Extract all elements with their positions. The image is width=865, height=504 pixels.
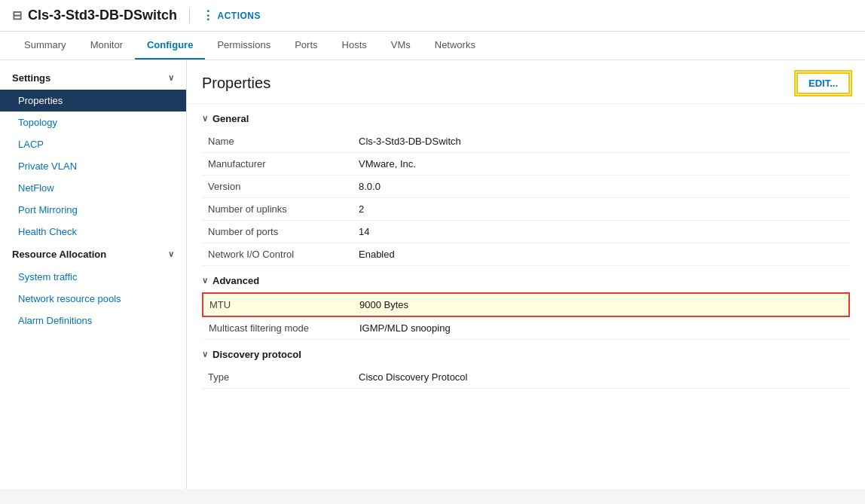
tab-monitor[interactable]: Monitor	[78, 32, 135, 60]
header-title: ⊟ Cls-3-Std3-DB-DSwitch	[12, 8, 177, 23]
advanced-section-header[interactable]: ∨ Advanced	[202, 266, 850, 292]
table-row: Type Cisco Discovery Protocol	[202, 366, 850, 389]
prop-manufacturer-value: VMware, Inc.	[353, 153, 850, 176]
discovery-section-label: Discovery protocol	[212, 349, 301, 360]
table-row: Network I/O Control Enabled	[202, 243, 850, 266]
prop-type-label: Type	[202, 366, 353, 389]
prop-multicast-label: Multicast filtering mode	[203, 316, 353, 340]
prop-mtu-label: MTU	[203, 293, 353, 316]
tab-vms[interactable]: VMs	[379, 32, 423, 60]
content-title: Properties	[202, 75, 271, 92]
prop-mtu-value: 9000 Bytes	[353, 293, 849, 316]
prop-name-label: Name	[202, 130, 353, 153]
tab-ports[interactable]: Ports	[283, 32, 329, 60]
discovery-section-header[interactable]: ∨ Discovery protocol	[202, 340, 850, 366]
prop-uplinks-label: Number of uplinks	[202, 198, 353, 221]
sidebar-item-alarm-definitions[interactable]: Alarm Definitions	[0, 310, 186, 331]
settings-chevron-icon: ∨	[168, 73, 174, 83]
properties-content: ∨ General Name Cls-3-Std3-DB-DSwitch Man…	[187, 104, 865, 404]
sidebar-item-lacp[interactable]: LACP	[0, 133, 186, 155]
prop-multicast-value: IGMP/MLD snooping	[353, 316, 849, 340]
sidebar-item-topology[interactable]: Topology	[0, 111, 186, 133]
settings-label: Settings	[12, 72, 50, 84]
prop-name-value: Cls-3-Std3-DB-DSwitch	[353, 130, 850, 153]
table-row: Manufacturer VMware, Inc.	[202, 153, 850, 176]
table-row: Number of ports 14	[202, 221, 850, 243]
tab-networks[interactable]: Networks	[423, 32, 488, 60]
sidebar-item-health-check[interactable]: Health Check	[0, 221, 186, 243]
prop-type-value: Cisco Discovery Protocol	[353, 366, 850, 389]
prop-nioc-label: Network I/O Control	[202, 243, 353, 266]
actions-label: ACTIONS	[218, 11, 261, 21]
resource-label: Resource Allocation	[12, 249, 106, 260]
sidebar: Settings ∨ Properties Topology LACP Priv…	[0, 60, 187, 489]
sidebar-item-private-vlan[interactable]: Private VLAN	[0, 155, 186, 177]
app-header: ⊟ Cls-3-Std3-DB-DSwitch ⋮ ACTIONS	[0, 0, 865, 32]
table-row: Version 8.0.0	[202, 176, 850, 198]
tab-hosts[interactable]: Hosts	[330, 32, 379, 60]
prop-ports-value: 14	[353, 221, 850, 243]
mtu-row: MTU 9000 Bytes	[203, 293, 849, 316]
discovery-table: Type Cisco Discovery Protocol	[202, 366, 850, 389]
prop-version-value: 8.0.0	[353, 176, 850, 198]
table-row: Multicast filtering mode IGMP/MLD snoopi…	[203, 316, 849, 340]
content-area: Properties EDIT... ∨ General Name Cls-3-…	[187, 60, 865, 489]
tab-permissions[interactable]: Permissions	[205, 32, 283, 60]
sidebar-item-port-mirroring[interactable]: Port Mirroring	[0, 199, 186, 221]
settings-section-header[interactable]: Settings ∨	[0, 66, 186, 90]
prop-version-label: Version	[202, 176, 353, 198]
general-chevron-icon: ∨	[202, 114, 208, 124]
header-divider	[189, 8, 190, 23]
sidebar-item-network-resource-pools[interactable]: Network resource pools	[0, 288, 186, 310]
advanced-chevron-icon: ∨	[202, 276, 208, 286]
nav-tabs: Summary Monitor Configure Permissions Po…	[0, 32, 865, 60]
discovery-chevron-icon: ∨	[202, 350, 208, 359]
tab-configure[interactable]: Configure	[135, 32, 205, 60]
prop-ports-label: Number of ports	[202, 221, 353, 243]
tab-summary[interactable]: Summary	[12, 32, 78, 60]
advanced-table: MTU 9000 Bytes Multicast filtering mode …	[202, 292, 850, 340]
main-layout: Settings ∨ Properties Topology LACP Priv…	[0, 60, 865, 489]
general-section-label: General	[212, 113, 249, 124]
actions-button[interactable]: ⋮ ACTIONS	[202, 8, 261, 23]
prop-nioc-value: Enabled	[353, 243, 850, 266]
edit-button[interactable]: EDIT...	[796, 72, 850, 94]
content-header: Properties EDIT...	[187, 60, 865, 104]
sidebar-item-netflow[interactable]: NetFlow	[0, 177, 186, 199]
actions-dots-icon: ⋮	[202, 8, 215, 23]
sidebar-item-system-traffic[interactable]: System traffic	[0, 266, 186, 288]
resource-chevron-icon: ∨	[168, 249, 174, 259]
switch-icon: ⊟	[12, 8, 22, 23]
general-section-header[interactable]: ∨ General	[202, 104, 850, 130]
prop-manufacturer-label: Manufacturer	[202, 153, 353, 176]
sidebar-item-properties[interactable]: Properties	[0, 90, 186, 111]
table-row: Number of uplinks 2	[202, 198, 850, 221]
table-row: Name Cls-3-Std3-DB-DSwitch	[202, 130, 850, 153]
switch-name: Cls-3-Std3-DB-DSwitch	[28, 8, 177, 23]
prop-uplinks-value: 2	[353, 198, 850, 221]
advanced-section-label: Advanced	[212, 275, 259, 286]
general-table: Name Cls-3-Std3-DB-DSwitch Manufacturer …	[202, 130, 850, 266]
resource-section-header[interactable]: Resource Allocation ∨	[0, 243, 186, 266]
